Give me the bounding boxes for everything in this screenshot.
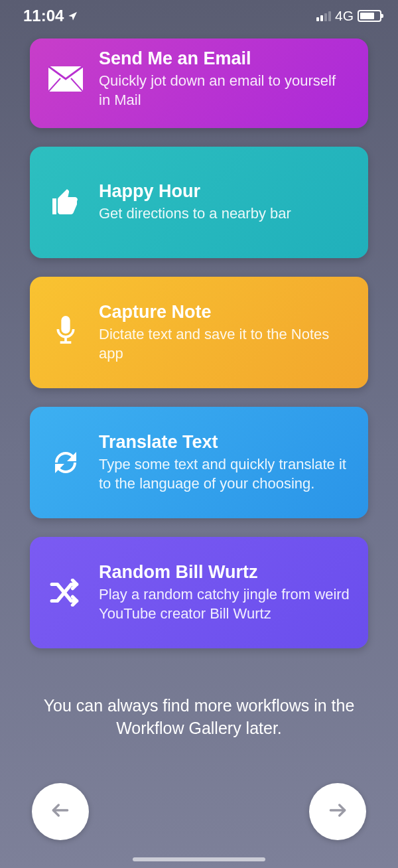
card-subtitle: Get directions to a nearby bar (99, 204, 350, 224)
card-subtitle: Type some text and quickly translate it … (99, 455, 350, 493)
card-text: Capture Note Dictate text and save it to… (99, 302, 350, 363)
card-subtitle: Play a random catchy jingle from weird Y… (99, 585, 350, 623)
status-right: 4G (316, 8, 381, 24)
card-text: Send Me an Email Quickly jot down an ema… (99, 48, 350, 109)
card-subtitle: Dictate text and save it to the Notes ap… (99, 325, 350, 363)
microphone-icon (48, 315, 83, 350)
battery-icon (358, 10, 381, 22)
shuffle-icon (48, 575, 83, 610)
workflow-card-capture-note[interactable]: Capture Note Dictate text and save it to… (30, 277, 368, 388)
arrow-right-icon (327, 800, 348, 824)
workflow-cards-container: Send Me an Email Quickly jot down an ema… (0, 29, 398, 648)
envelope-icon (48, 62, 83, 96)
status-time: 11:04 (23, 7, 64, 25)
back-button[interactable] (32, 783, 89, 840)
card-title: Translate Text (99, 432, 350, 453)
workflow-card-random[interactable]: Random Bill Wurtz Play a random catchy j… (30, 537, 368, 648)
refresh-icon (48, 445, 83, 480)
status-bar: 11:04 4G (0, 0, 398, 29)
home-indicator[interactable] (133, 857, 265, 861)
status-left: 11:04 (23, 7, 78, 25)
card-text: Random Bill Wurtz Play a random catchy j… (99, 562, 350, 623)
arrow-left-icon (50, 800, 71, 824)
card-text: Happy Hour Get directions to a nearby ba… (99, 181, 350, 224)
svg-rect-7 (61, 316, 70, 334)
footer-hint-text: You can always find more workflows in th… (0, 648, 398, 740)
next-button[interactable] (309, 783, 366, 840)
workflow-card-happy-hour[interactable]: Happy Hour Get directions to a nearby ba… (30, 147, 368, 258)
location-icon (68, 7, 78, 25)
workflow-card-email[interactable]: Send Me an Email Quickly jot down an ema… (30, 38, 368, 128)
card-title: Capture Note (99, 302, 350, 323)
signal-icon (316, 11, 331, 21)
nav-buttons (0, 783, 398, 840)
card-title: Send Me an Email (99, 48, 350, 69)
card-subtitle: Quickly jot down an email to yourself in… (99, 72, 350, 109)
workflow-card-translate[interactable]: Translate Text Type some text and quickl… (30, 407, 368, 518)
thumbs-up-icon (48, 185, 83, 220)
card-text: Translate Text Type some text and quickl… (99, 432, 350, 493)
card-title: Happy Hour (99, 181, 350, 202)
network-label: 4G (335, 8, 354, 24)
card-title: Random Bill Wurtz (99, 562, 350, 583)
